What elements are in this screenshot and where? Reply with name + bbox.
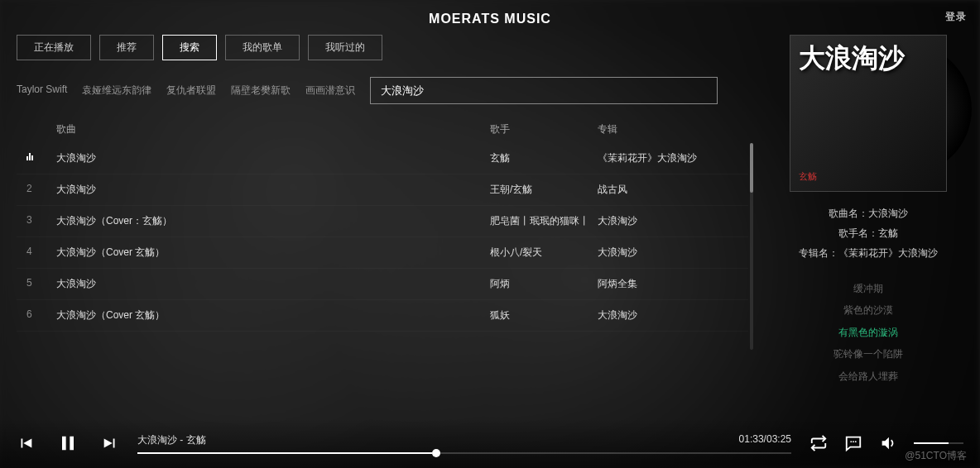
tab-1[interactable]: 推荐 (99, 35, 154, 60)
main-tabs: 正在播放推荐搜索我的歌单我听过的 (17, 35, 748, 60)
progress-bar[interactable] (137, 452, 791, 454)
svg-point-0 (850, 441, 852, 442)
lyric-line: 缓冲期 (773, 278, 963, 299)
list-header: 歌曲 歌手 专辑 (17, 119, 748, 143)
track-label: 大浪淘沙 - 玄觞 (137, 433, 206, 447)
lyric-line: 会给路人埋葬 (773, 365, 963, 387)
search-input[interactable] (370, 77, 718, 104)
scrollbar[interactable] (750, 143, 753, 350)
watermark: @51CTO博客 (905, 449, 967, 463)
volume-icon[interactable] (879, 434, 897, 452)
table-row[interactable]: 2大浪淘沙王朝/玄觞战古风 (17, 174, 748, 206)
table-row[interactable]: 5大浪淘沙阿炳阿炳全集 (17, 269, 748, 300)
cover-subtitle: 玄觞 (799, 170, 938, 183)
lyrics: 缓冲期紫色的沙漠有黑色的漩涡驼铃像一个陷阱会给路人埋葬 (773, 278, 963, 387)
suggestion-2[interactable]: 复仇者联盟 (166, 84, 216, 98)
suggestion-1[interactable]: 袁娅维远东韵律 (82, 84, 151, 98)
suggestion-0[interactable]: Taylor Swift (17, 84, 67, 98)
volume-slider[interactable] (914, 442, 963, 444)
table-row[interactable]: 3大浪淘沙（Cover：玄觞）肥皂菌丨珉珉的猫咪丨大浪淘沙 (17, 206, 748, 237)
lyric-line: 有黑色的漩涡 (773, 322, 963, 343)
album-art: 大浪淘沙 玄觞 (790, 35, 947, 192)
app-title: MOERATS MUSIC (429, 12, 551, 26)
lyric-line: 驼铃像一个陷阱 (773, 343, 963, 365)
tab-3[interactable]: 我的歌单 (225, 35, 300, 60)
player-bar: 大浪淘沙 - 玄觞 01:33/03:25 (0, 418, 980, 468)
suggestion-4[interactable]: 画画潜意识 (305, 84, 355, 98)
next-icon[interactable] (101, 434, 119, 452)
pause-icon[interactable] (56, 432, 79, 455)
svg-point-1 (853, 441, 854, 442)
lyrics-icon[interactable] (844, 434, 862, 452)
prev-icon[interactable] (17, 434, 35, 452)
playing-icon (26, 152, 33, 160)
loop-icon[interactable] (809, 434, 828, 452)
cover-title: 大浪淘沙 (799, 44, 938, 73)
suggestion-3[interactable]: 隔壁老樊新歌 (231, 84, 291, 98)
table-row[interactable]: 6大浪淘沙（Cover 玄觞）狐妖大浪淘沙 (17, 300, 748, 332)
now-playing-info: 歌曲名：大浪淘沙 歌手名：玄觞 专辑名：《茉莉花开》大浪淘沙 (773, 203, 963, 263)
search-row: Taylor Swift袁娅维远东韵律复仇者联盟隔壁老樊新歌画画潜意识 (17, 77, 748, 104)
svg-point-2 (855, 441, 857, 442)
col-artist: 歌手 (490, 122, 598, 136)
tab-4[interactable]: 我听过的 (308, 35, 382, 60)
col-album: 专辑 (598, 122, 738, 136)
col-song: 歌曲 (56, 122, 490, 136)
result-list: 大浪淘沙玄觞《茉莉花开》大浪淘沙2大浪淘沙王朝/玄觞战古风3大浪淘沙（Cover… (17, 143, 748, 332)
table-row[interactable]: 大浪淘沙玄觞《茉莉花开》大浪淘沙 (17, 143, 748, 174)
lyric-line: 紫色的沙漠 (773, 299, 963, 321)
login-link[interactable]: 登录 (945, 10, 967, 24)
tab-0[interactable]: 正在播放 (17, 35, 91, 60)
tab-2[interactable]: 搜索 (162, 35, 217, 60)
track-time: 01:33/03:25 (739, 433, 791, 447)
table-row[interactable]: 4大浪淘沙（Cover 玄觞）根小八/裂天大浪淘沙 (17, 237, 748, 269)
